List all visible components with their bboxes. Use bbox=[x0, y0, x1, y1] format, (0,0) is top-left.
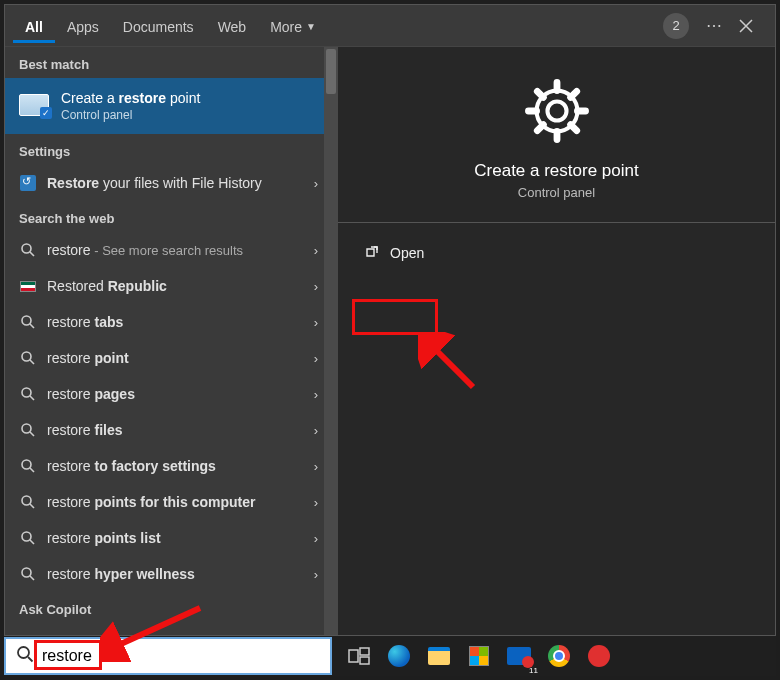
svg-line-11 bbox=[30, 468, 34, 472]
record-icon[interactable] bbox=[582, 639, 616, 673]
section-settings: Settings bbox=[5, 134, 338, 165]
svg-point-8 bbox=[22, 424, 31, 433]
svg-rect-25 bbox=[360, 657, 369, 664]
preview-subtitle: Control panel bbox=[518, 185, 595, 200]
tab-all[interactable]: All bbox=[13, 9, 55, 43]
settings-item-label: Restore your files with File History bbox=[47, 175, 262, 191]
svg-point-12 bbox=[22, 496, 31, 505]
svg-point-10 bbox=[22, 460, 31, 469]
preview-title: Create a restore point bbox=[474, 161, 638, 181]
web-result-item[interactable]: Restored Republic› bbox=[5, 268, 338, 304]
web-result-label: restore files bbox=[47, 422, 122, 438]
tab-more[interactable]: More ▼ bbox=[258, 9, 328, 43]
web-result-label: restore pages bbox=[47, 386, 135, 402]
scrollbar-thumb[interactable] bbox=[326, 49, 336, 94]
chevron-right-icon: › bbox=[314, 315, 318, 330]
svg-line-3 bbox=[30, 324, 34, 328]
preview-header: Create a restore point Control panel bbox=[356, 47, 757, 200]
results-scrollbar[interactable] bbox=[324, 47, 338, 635]
svg-point-19 bbox=[536, 91, 577, 132]
preview-column: Create a restore point Control panel Ope… bbox=[338, 47, 775, 635]
search-icon bbox=[19, 565, 37, 583]
chevron-right-icon: › bbox=[314, 423, 318, 438]
chevron-right-icon: › bbox=[314, 567, 318, 582]
search-icon bbox=[19, 313, 37, 331]
web-result-item[interactable]: restore points list› bbox=[5, 520, 338, 556]
gear-icon bbox=[523, 77, 591, 145]
svg-point-6 bbox=[22, 388, 31, 397]
svg-line-17 bbox=[30, 576, 34, 580]
svg-rect-24 bbox=[360, 648, 369, 655]
web-result-item[interactable]: restore files› bbox=[5, 412, 338, 448]
svg-point-14 bbox=[22, 532, 31, 541]
taskbar-apps: 11 bbox=[332, 636, 776, 676]
web-result-label: restore hyper wellness bbox=[47, 566, 195, 582]
svg-point-0 bbox=[22, 244, 31, 253]
section-search-web: Search the web bbox=[5, 201, 338, 232]
tab-apps[interactable]: Apps bbox=[55, 9, 111, 43]
chrome-icon[interactable] bbox=[542, 639, 576, 673]
microsoft-store-icon[interactable] bbox=[462, 639, 496, 673]
task-view-icon[interactable] bbox=[342, 639, 376, 673]
search-icon bbox=[19, 493, 37, 511]
svg-point-2 bbox=[22, 316, 31, 325]
system-restore-icon bbox=[19, 94, 51, 118]
web-result-item[interactable]: restore point› bbox=[5, 340, 338, 376]
svg-line-5 bbox=[30, 360, 34, 364]
edge-icon[interactable] bbox=[382, 639, 416, 673]
section-ask-copilot: Ask Copilot bbox=[5, 592, 338, 623]
taskbar: 11 bbox=[4, 636, 776, 676]
svg-line-22 bbox=[28, 657, 33, 662]
tab-documents[interactable]: Documents bbox=[111, 9, 206, 43]
svg-rect-23 bbox=[349, 650, 358, 662]
web-result-item[interactable]: restore - See more search results› bbox=[5, 232, 338, 268]
search-icon bbox=[19, 385, 37, 403]
svg-line-20 bbox=[430, 344, 473, 387]
chevron-right-icon: › bbox=[314, 176, 318, 191]
web-result-item[interactable]: restore points for this computer› bbox=[5, 484, 338, 520]
tabs-right: 2 ⋯ bbox=[663, 13, 767, 39]
search-icon bbox=[19, 457, 37, 475]
chevron-right-icon: › bbox=[314, 459, 318, 474]
web-result-item[interactable]: restore to factory settings› bbox=[5, 448, 338, 484]
more-options-icon[interactable]: ⋯ bbox=[703, 16, 725, 35]
search-input[interactable] bbox=[42, 647, 320, 665]
web-result-label: restore points list bbox=[47, 530, 161, 546]
chevron-down-icon: ▼ bbox=[306, 21, 316, 32]
chevron-right-icon: › bbox=[314, 531, 318, 546]
search-icon bbox=[16, 645, 34, 667]
svg-point-21 bbox=[18, 647, 29, 658]
svg-point-16 bbox=[22, 568, 31, 577]
web-result-label: restore point bbox=[47, 350, 129, 366]
open-external-icon bbox=[364, 245, 380, 261]
mail-icon[interactable]: 11 bbox=[502, 639, 536, 673]
close-icon[interactable] bbox=[739, 19, 761, 33]
tab-more-label: More bbox=[270, 19, 302, 35]
web-result-item[interactable]: restore hyper wellness› bbox=[5, 556, 338, 592]
preview-divider bbox=[338, 222, 775, 223]
tab-web[interactable]: Web bbox=[206, 9, 259, 43]
web-result-label: restore points for this computer bbox=[47, 494, 255, 510]
best-match-item[interactable]: Create a restore point Control panel bbox=[5, 78, 338, 134]
search-icon bbox=[19, 421, 37, 439]
open-button[interactable]: Open bbox=[356, 239, 432, 267]
web-result-label: restore - See more search results bbox=[47, 242, 243, 258]
search-icon bbox=[19, 241, 37, 259]
taskbar-search[interactable] bbox=[4, 637, 332, 675]
annotation-box-open bbox=[352, 299, 438, 335]
web-result-item[interactable]: restore tabs› bbox=[5, 304, 338, 340]
chevron-right-icon: › bbox=[314, 387, 318, 402]
web-result-item[interactable]: restore pages› bbox=[5, 376, 338, 412]
chevron-right-icon: › bbox=[314, 351, 318, 366]
settings-item-file-history[interactable]: Restore your files with File History › bbox=[5, 165, 338, 201]
file-explorer-icon[interactable] bbox=[422, 639, 456, 673]
web-result-label: Restored Republic bbox=[47, 278, 167, 294]
result-count-pill[interactable]: 2 bbox=[663, 13, 689, 39]
svg-line-1 bbox=[30, 252, 34, 256]
svg-line-9 bbox=[30, 432, 34, 436]
open-label: Open bbox=[390, 245, 424, 261]
svg-line-13 bbox=[30, 504, 34, 508]
svg-point-4 bbox=[22, 352, 31, 361]
search-icon bbox=[19, 349, 37, 367]
panel-body: Best match Create a restore point Contro… bbox=[5, 47, 775, 635]
